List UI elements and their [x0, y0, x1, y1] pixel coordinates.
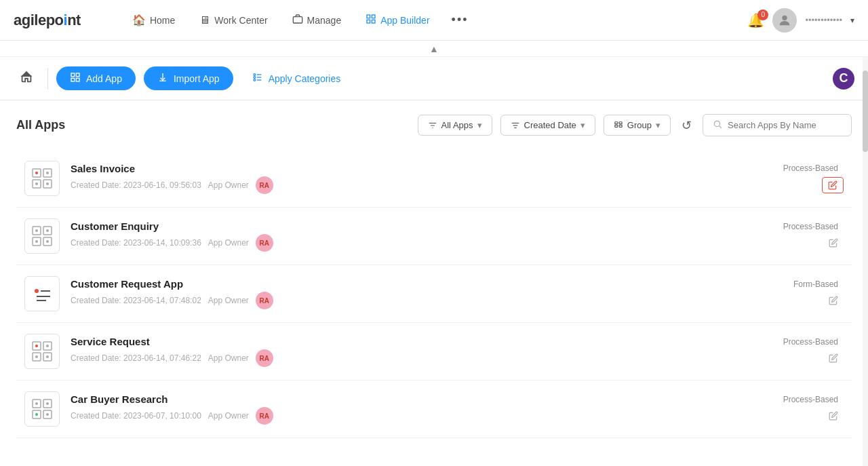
- app-name: Service Request: [71, 336, 772, 347]
- sort-button[interactable]: Created Date ▾: [500, 115, 595, 136]
- group-button[interactable]: Group ▾: [604, 115, 671, 136]
- owner-label: App Owner: [208, 411, 249, 421]
- nav-links: 🏠 Home 🖥 Work Center Manage App Builder …: [121, 7, 747, 33]
- search-box: [703, 114, 852, 136]
- svg-point-50: [46, 345, 49, 347]
- app-info: Service Request Created Date: 2023-06-14…: [71, 336, 772, 367]
- svg-rect-19: [615, 121, 618, 123]
- group-chevron-icon: ▾: [656, 120, 660, 130]
- nav-item-appbuilder[interactable]: App Builder: [355, 8, 440, 33]
- owner-avatar: RA: [256, 176, 273, 194]
- app-right: Process-Based: [783, 337, 844, 366]
- logo: agilepoint: [14, 12, 81, 29]
- app-type-label: Process-Based: [783, 163, 838, 173]
- app-row: Service Request Created Date: 2023-06-14…: [16, 323, 852, 381]
- import-icon: [157, 72, 168, 85]
- owner-label: App Owner: [208, 238, 249, 248]
- sort-chevron-icon: ▾: [580, 120, 585, 130]
- briefcase-nav-icon: [292, 14, 303, 27]
- notification-button[interactable]: 🔔 0: [747, 12, 764, 28]
- svg-rect-1: [367, 15, 370, 18]
- logo-dot: i: [64, 12, 68, 28]
- sort-label: Created Date: [524, 120, 576, 130]
- nav-more-btn[interactable]: •••: [443, 7, 477, 33]
- app-row: Customer Request App Created Date: 2023-…: [16, 265, 852, 323]
- scrollbar-track[interactable]: [863, 57, 868, 452]
- svg-point-58: [46, 402, 49, 405]
- group-label: Group: [627, 120, 652, 130]
- section-title: All Apps: [16, 118, 410, 132]
- add-app-icon: [70, 72, 81, 85]
- loading-spinner: C: [833, 68, 854, 90]
- nav-item-manage[interactable]: Manage: [281, 8, 353, 33]
- app-right: Process-Based: [783, 163, 844, 193]
- scrollbar-thumb[interactable]: [863, 71, 868, 152]
- created-date: Created Date: 2023-06-14, 10:09:36: [71, 238, 201, 248]
- app-row: Sales Invoice Created Date: 2023-06-16, …: [16, 150, 852, 208]
- svg-point-39: [35, 240, 38, 243]
- collapse-button[interactable]: ▲: [429, 43, 439, 54]
- created-date: Created Date: 2023-06-16, 09:56:03: [71, 180, 201, 190]
- svg-rect-4: [372, 20, 376, 23]
- app-right: Form-Based: [793, 279, 844, 308]
- all-apps-filter-button[interactable]: All Apps ▾: [418, 115, 492, 136]
- svg-rect-0: [293, 16, 302, 22]
- toolbar: Add App Import App Apply Categories C: [0, 57, 868, 100]
- app-icon: [24, 276, 60, 311]
- import-app-label: Import App: [174, 73, 220, 84]
- nav-appbuilder-label: App Builder: [380, 15, 429, 26]
- user-chevron-icon[interactable]: ▾: [850, 16, 854, 25]
- all-apps-filter-label: All Apps: [441, 120, 473, 130]
- import-app-button[interactable]: Import App: [144, 66, 233, 90]
- app-info: Customer Enquiry Created Date: 2023-06-1…: [71, 220, 772, 252]
- edit-app-button[interactable]: [822, 177, 844, 193]
- svg-point-30: [46, 172, 49, 174]
- svg-point-52: [46, 355, 49, 358]
- main-content: All Apps All Apps ▾ Created Date ▾ Group…: [0, 100, 868, 452]
- logo-text: agilepoint: [14, 12, 81, 29]
- app-meta: Created Date: 2023-06-14, 07:46:22 App O…: [71, 349, 772, 367]
- app-meta: Created Date: 2023-06-16, 09:56:03 App O…: [71, 176, 772, 194]
- svg-point-49: [35, 345, 38, 347]
- search-icon: [713, 119, 722, 131]
- owner-label: App Owner: [208, 180, 249, 190]
- edit-app-button[interactable]: [823, 235, 844, 250]
- app-icon: [24, 334, 60, 369]
- add-app-button[interactable]: Add App: [56, 66, 136, 90]
- app-row: Car Buyer Research Created Date: 2023-06…: [16, 381, 852, 438]
- nav-manage-label: Manage: [307, 15, 342, 26]
- edit-app-button[interactable]: [823, 408, 844, 423]
- reset-button[interactable]: ↺: [679, 115, 694, 136]
- app-right: Process-Based: [783, 395, 844, 423]
- svg-rect-9: [76, 78, 79, 81]
- svg-point-29: [35, 172, 38, 174]
- all-apps-filter-chevron-icon: ▾: [477, 120, 482, 130]
- owner-avatar: RA: [256, 234, 273, 252]
- app-icon: [24, 161, 60, 196]
- app-meta: Created Date: 2023-06-14, 10:09:36 App O…: [71, 234, 772, 252]
- nav-right: 🔔 0 •••••••••••• ▾: [747, 8, 854, 33]
- created-date: Created Date: 2023-06-14, 07:48:02: [71, 296, 201, 305]
- nav-item-workcenter[interactable]: 🖥 Work Center: [189, 9, 278, 32]
- edit-app-button[interactable]: [823, 351, 844, 366]
- app-info: Sales Invoice Created Date: 2023-06-16, …: [71, 163, 772, 194]
- app-row: Customer Enquiry Created Date: 2023-06-1…: [16, 208, 852, 265]
- app-meta: Created Date: 2023-06-07, 10:10:00 App O…: [71, 407, 772, 425]
- app-meta: Created Date: 2023-06-14, 07:48:02 App O…: [71, 292, 783, 309]
- home-toolbar-button[interactable]: [14, 66, 39, 90]
- owner-label: App Owner: [208, 296, 249, 305]
- svg-point-5: [783, 15, 787, 20]
- svg-rect-20: [615, 125, 618, 127]
- app-name: Customer Enquiry: [71, 220, 772, 232]
- app-type-label: Process-Based: [783, 337, 838, 347]
- apply-categories-button[interactable]: Apply Categories: [241, 66, 352, 90]
- filter-row: All Apps All Apps ▾ Created Date ▾ Group…: [16, 114, 852, 136]
- search-input[interactable]: [728, 120, 842, 130]
- edit-app-button[interactable]: [823, 293, 844, 308]
- notification-badge: 0: [757, 9, 768, 20]
- toolbar-divider: [47, 68, 48, 90]
- svg-point-60: [46, 413, 49, 416]
- nav-item-home[interactable]: 🏠 Home: [121, 8, 186, 32]
- app-info: Customer Request App Created Date: 2023-…: [71, 278, 783, 309]
- user-avatar: [772, 8, 797, 33]
